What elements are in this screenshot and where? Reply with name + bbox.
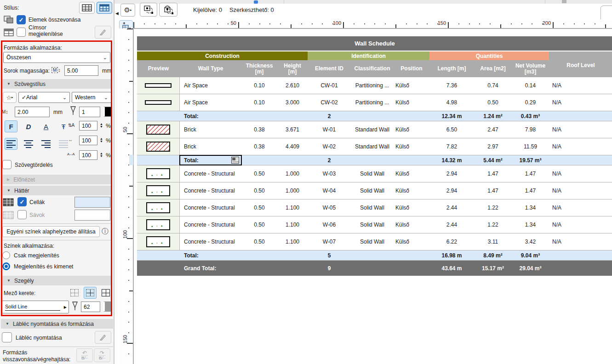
cell-position[interactable]: Külső (394, 121, 429, 138)
selected-cell-type-icon[interactable] (231, 157, 239, 164)
footer-edit-button[interactable] (95, 331, 111, 344)
cell-element-id[interactable]: CW-01 (308, 77, 351, 94)
align-right-button[interactable] (40, 138, 52, 150)
cell-height[interactable]: 1.100 (277, 199, 308, 216)
cell-preview[interactable]: ▴▴● (137, 182, 180, 199)
cell-element-id[interactable]: W-07 (308, 233, 351, 250)
cell-element-id[interactable]: W-02 (308, 138, 351, 155)
cell-element-id[interactable]: CW-02 (308, 94, 351, 111)
favorite-star-button[interactable]: ☆▸ (3, 92, 17, 103)
cell-classification[interactable]: Solid Wall (351, 199, 394, 216)
border-all-button[interactable] (99, 287, 112, 299)
cell-classification[interactable]: Standard Wall (351, 138, 394, 155)
cell-thickness[interactable]: 0.10 (241, 94, 277, 111)
cell-position[interactable]: Külső (394, 216, 429, 233)
cell-volume[interactable]: 7.98 (512, 121, 549, 138)
display-only-radio[interactable] (2, 251, 10, 259)
format-redo-button[interactable]: ↷ B/– (94, 348, 110, 362)
format-undo-button[interactable]: ↶ B/– (76, 348, 93, 362)
cell-empty[interactable] (277, 261, 308, 276)
cell-empty[interactable] (241, 261, 277, 276)
cell-position[interactable]: Külső (394, 233, 429, 250)
cell-position[interactable]: Külső (394, 77, 429, 94)
cell-length[interactable]: 6.50 (429, 121, 474, 138)
cell-empty[interactable] (394, 111, 429, 121)
cell-area[interactable]: 0.50 (474, 94, 512, 111)
cell-total-label[interactable]: Total: (180, 250, 241, 260)
table-style-header-button[interactable] (97, 2, 112, 14)
cell-preview[interactable] (137, 121, 180, 138)
section-preview[interactable]: ▶ Előnézet (2, 175, 112, 184)
cell-classification[interactable]: Partitioning ... (351, 77, 394, 94)
cell-area[interactable]: 1.22 (474, 199, 512, 216)
cell-length[interactable]: 2.44 (429, 216, 474, 233)
cell-total-length[interactable]: 14.32 m (429, 155, 474, 165)
cell-empty[interactable] (137, 155, 180, 165)
cell-wall-type[interactable]: Concrete - Structural (180, 165, 241, 182)
text-pen-color-swatch[interactable] (103, 107, 112, 117)
cell-classification[interactable]: Solid Wall (351, 165, 394, 182)
cell-preview[interactable] (137, 138, 180, 155)
cell-position[interactable]: Külső (394, 165, 429, 182)
width-factor-input[interactable] (79, 136, 97, 145)
border-pen-input[interactable] (81, 301, 100, 312)
select-editable-button[interactable] (159, 3, 177, 17)
cell-thickness[interactable]: 0.50 (241, 216, 277, 233)
cell-preview[interactable]: ▴▴● (137, 199, 180, 216)
apply-format-select[interactable]: Összesen ⌄ (3, 52, 110, 63)
row-height-input[interactable] (64, 65, 98, 76)
column-header[interactable]: Preview (137, 60, 180, 77)
cell-volume[interactable]: 1.34 (512, 216, 549, 233)
active-tab-indicator-icon[interactable] (254, 0, 258, 4)
cell-empty[interactable] (394, 261, 429, 276)
font-select[interactable]: ✓Arial ⌄ (18, 92, 70, 103)
bold-button[interactable]: F (5, 120, 17, 132)
cell-element-id[interactable]: W-06 (308, 216, 351, 233)
cell-total-volume[interactable]: 0.43 m³ (512, 111, 549, 121)
vertical-ruler[interactable]: 50100150 (119, 28, 133, 364)
cell-roof[interactable]: N/A (549, 77, 612, 94)
cell-empty[interactable] (549, 261, 612, 276)
cell-thickness[interactable]: 0.50 (241, 233, 277, 250)
display-output-radio[interactable] (2, 262, 10, 270)
cell-empty[interactable] (277, 155, 308, 165)
align-center-button[interactable] (22, 138, 35, 150)
cell-classification[interactable]: Partitioning ... (351, 94, 394, 111)
cell-empty[interactable] (241, 250, 277, 260)
cell-total-length[interactable]: 12.34 m (429, 111, 474, 121)
inactive-tab-indicator-icon[interactable] (562, 0, 566, 3)
cell-preview[interactable] (137, 94, 180, 111)
column-header[interactable]: Roof Level (549, 54, 612, 77)
cell-preview[interactable]: ▴▴● (137, 233, 180, 250)
cell-wall-type[interactable]: Concrete - Structural (180, 199, 241, 216)
column-header[interactable]: Wall Type (180, 60, 241, 77)
letter-spacing-input[interactable] (79, 150, 97, 160)
border-none-button[interactable] (68, 287, 81, 299)
headline-checkbox[interactable] (17, 28, 26, 37)
cell-total-area[interactable]: 1.24 m² (474, 111, 512, 121)
text-wrap-checkbox[interactable] (2, 160, 11, 169)
cell-classification[interactable]: Solid Wall (351, 233, 394, 250)
column-header[interactable]: Thickness [m] (241, 60, 277, 77)
cell-thickness[interactable]: 0.50 (241, 165, 277, 182)
cell-thickness[interactable]: 0.50 (241, 182, 277, 199)
cell-total-count[interactable]: 5 (308, 250, 351, 260)
schedule-canvas[interactable]: Wall ScheduleConstructionIdentificationQ… (133, 28, 612, 364)
reset-custom-colors-button[interactable]: Egyéni színek alaphelyzetbe állítása (2, 226, 100, 237)
width-factor-stepper[interactable]: ▲▼ (98, 136, 104, 145)
cell-volume[interactable]: 1.47 (512, 165, 549, 182)
script-select[interactable]: Western ⌄ (72, 92, 111, 103)
underline-button[interactable]: A (40, 120, 52, 132)
group-band-construction[interactable]: Construction (137, 51, 308, 60)
cell-empty[interactable] (549, 250, 612, 260)
cell-total-volume[interactable]: 9.04 m³ (512, 250, 549, 260)
cell-total-label[interactable]: Grand Total: (180, 261, 241, 276)
cell-area[interactable]: 1.47 (474, 182, 512, 199)
bands-color-swatch[interactable] (74, 210, 110, 221)
cell-empty[interactable] (394, 155, 429, 165)
border-pen-color-swatch[interactable] (103, 301, 112, 312)
merge-elements-checkbox[interactable]: ✓ (17, 15, 26, 24)
cell-total-area[interactable]: 8.49 m² (474, 250, 512, 260)
cell-area[interactable]: 2.47 (474, 121, 512, 138)
cell-preview[interactable]: ▴▴● (137, 216, 180, 233)
